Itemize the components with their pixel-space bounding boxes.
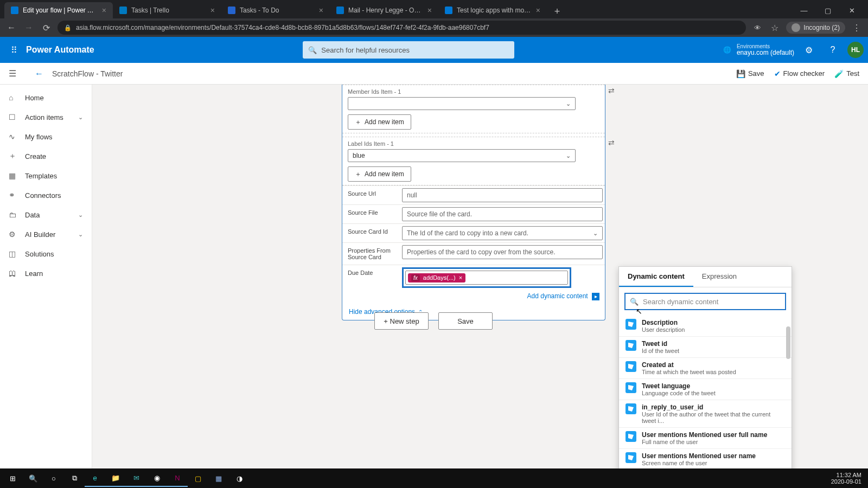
help-icon[interactable]: ? <box>824 41 842 59</box>
expression-pill[interactable]: fx addDays(...) × <box>408 273 465 282</box>
add-new-item-button[interactable]: ＋Add new item <box>348 166 411 182</box>
obs-app[interactable]: ◑ <box>229 470 250 487</box>
browser-tab[interactable]: Tasks - To Do × <box>221 2 330 18</box>
calculator-app[interactable]: ▦ <box>208 470 229 487</box>
close-icon[interactable]: × <box>532 6 540 15</box>
close-icon[interactable]: × <box>98 6 106 15</box>
favicon <box>336 7 344 14</box>
list-item[interactable]: Tweet idId of the tweet <box>619 337 792 358</box>
source-url-row: Source Url null <box>342 185 605 204</box>
new-tab-button[interactable]: + <box>550 4 564 18</box>
close-window-button[interactable]: ✕ <box>840 2 864 18</box>
flow-canvas[interactable]: ⇄ Member Ids Item - 1 ⌄ ＋Add new item ⇄ … <box>92 85 868 468</box>
close-icon[interactable]: × <box>423 6 432 15</box>
tab-dynamic-content[interactable]: Dynamic content <box>619 267 693 287</box>
save-step-button[interactable]: Save <box>438 312 493 330</box>
close-icon[interactable]: × <box>315 6 323 15</box>
url-field[interactable]: 🔒 asia.flow.microsoft.com/manage/environ… <box>58 21 746 35</box>
onenote-app[interactable]: N <box>167 470 188 487</box>
clock[interactable]: 11:32 AM 2020-09-01 <box>831 472 861 485</box>
source-card-id-input[interactable]: The Id of the card to copy into a new ca… <box>402 226 603 240</box>
start-button[interactable]: ⊞ <box>2 470 23 487</box>
dynamic-content-toggle-icon[interactable]: ▸ <box>592 293 599 300</box>
add-new-item-button[interactable]: ＋Add new item <box>348 114 411 130</box>
checker-icon: ✔ <box>774 69 781 78</box>
save-button[interactable]: 💾Save <box>736 69 764 78</box>
source-file-input[interactable]: Source file of the card. <box>402 207 603 221</box>
nav-learn[interactable]: 🕮Learn <box>0 264 92 283</box>
back-arrow-icon[interactable]: ← <box>35 69 43 79</box>
member-ids-input[interactable]: ⌄ <box>348 97 576 110</box>
hamburger-icon[interactable]: ☰ <box>9 68 24 79</box>
maximize-button[interactable]: ▢ <box>816 2 840 18</box>
eye-off-icon[interactable]: 👁 <box>751 22 763 34</box>
forward-button[interactable]: → <box>23 22 35 34</box>
list-item[interactable]: Tweet languageLanguage code of the tweet <box>619 379 792 400</box>
new-step-button[interactable]: + New step <box>374 312 429 330</box>
browser-tab[interactable]: Tasks | Trello × <box>113 2 221 18</box>
scrollbar-thumb[interactable] <box>786 326 790 359</box>
label-ids-input[interactable]: blue⌄ <box>348 149 576 162</box>
explorer-app[interactable]: 📁 <box>105 470 126 487</box>
save-icon: 💾 <box>736 69 745 78</box>
browser-tab[interactable]: Mail - Henry Legge - Outlook × <box>330 2 438 18</box>
user-avatar[interactable]: HL <box>847 42 864 58</box>
field-label: Due Date <box>342 265 400 290</box>
nav-data[interactable]: 🗀Data⌄ <box>0 205 92 224</box>
switch-array-icon[interactable]: ⇄ <box>608 138 618 148</box>
nav-templates[interactable]: ▦Templates <box>0 166 92 185</box>
search-button[interactable]: 🔍 <box>23 470 43 487</box>
favicon <box>11 7 18 14</box>
system-tray[interactable]: 11:32 AM 2020-09-01 <box>831 472 866 485</box>
source-file-row: Source File Source file of the card. <box>342 204 605 223</box>
due-date-input[interactable]: fx addDays(...) × <box>405 271 568 285</box>
incognito-badge[interactable]: Incognito (2) <box>786 22 845 34</box>
mail-app[interactable]: ✉ <box>126 470 146 487</box>
close-icon[interactable]: × <box>206 6 215 15</box>
back-button[interactable]: ← <box>5 22 17 34</box>
cortana-button[interactable]: ○ <box>43 470 64 487</box>
environment-picker[interactable]: 🌐 Environments enayu.com (default) ⚙ ? H… <box>723 41 864 59</box>
list-item[interactable]: User mentions Mentioned user full nameFu… <box>619 428 792 449</box>
search-input[interactable]: 🔍 Search for helpful resources <box>303 41 514 59</box>
source-url-input[interactable]: null <box>402 188 603 202</box>
tab-expression[interactable]: Expression <box>693 267 745 287</box>
tab-label: Tasks - To Do <box>240 7 279 14</box>
nav-create[interactable]: ＋Create <box>0 146 92 166</box>
chrome-app[interactable]: ◉ <box>146 470 167 487</box>
browser-tab[interactable]: Test logic apps with mock data - × <box>438 2 547 18</box>
nav-connectors[interactable]: ⚭Connectors <box>0 185 92 205</box>
properties-input[interactable]: Properties of the card to copy over from… <box>402 245 603 259</box>
sticky-notes-app[interactable]: ▢ <box>188 470 208 487</box>
dynamic-search-input[interactable]: 🔍 Search dynamic content <box>624 293 786 310</box>
dynamic-content-list[interactable]: DescriptionUser description Tweet idId o… <box>619 316 792 468</box>
nav-ai-builder[interactable]: ⚙AI Builder⌄ <box>0 224 92 244</box>
minimize-button[interactable]: — <box>792 2 816 18</box>
field-label: Source File <box>342 205 400 223</box>
nav-action-items[interactable]: ☐Action items⌄ <box>0 107 92 127</box>
more-menu-icon[interactable]: ⋮ <box>851 22 863 34</box>
list-item[interactable]: DescriptionUser description <box>619 316 792 337</box>
task-view-button[interactable]: ⧉ <box>64 470 85 487</box>
app-launcher-icon[interactable]: ⠿ <box>4 40 24 60</box>
nav-solutions[interactable]: ◫Solutions <box>0 244 92 264</box>
nav-home[interactable]: ⌂Home <box>0 88 92 107</box>
remove-pill-icon[interactable]: × <box>459 274 462 281</box>
member-ids-section: ⇄ Member Ids Item - 1 ⌄ ＋Add new item <box>342 85 605 133</box>
search-placeholder: Search dynamic content <box>643 298 718 306</box>
settings-icon[interactable]: ⚙ <box>800 41 818 59</box>
reload-button[interactable]: ⟳ <box>40 22 52 34</box>
bookmark-icon[interactable]: ☆ <box>769 22 781 34</box>
test-button[interactable]: 🧪Test <box>834 69 859 78</box>
browser-tab[interactable]: Edit your flow | Power Automate × <box>4 2 113 18</box>
edge-app[interactable]: e <box>85 470 105 487</box>
list-item[interactable]: User mentions Mentioned user nameScreen … <box>619 449 792 468</box>
environment-icon: 🌐 <box>723 46 731 54</box>
switch-array-icon[interactable]: ⇄ <box>608 86 618 96</box>
add-dynamic-content-link[interactable]: Add dynamic content <box>527 292 588 300</box>
flow-checker-button[interactable]: ✔Flow checker <box>774 69 825 78</box>
list-item[interactable]: in_reply_to_user_idUser Id of the author… <box>619 400 792 428</box>
list-item[interactable]: Created atTime at which the tweet was po… <box>619 358 792 379</box>
nav-my-flows[interactable]: ∿My flows <box>0 127 92 146</box>
flow-title: ScratchFlow - Twitter <box>52 69 123 78</box>
